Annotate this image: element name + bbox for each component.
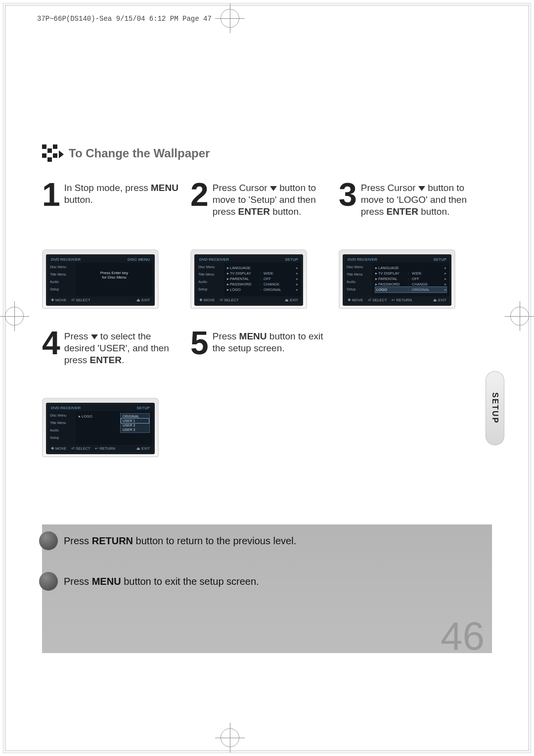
cursor-down-icon (270, 186, 277, 191)
side-tab-setup: SETUP (486, 371, 504, 445)
tv-screenshot-3: DVD RECEIVERSETUP Disc Menu Title Menu A… (339, 249, 455, 309)
bullet-dot-icon (39, 531, 58, 550)
step-4: 4 Press to select the desired 'USER', an… (42, 329, 180, 457)
step-text: Press Cursor button to move to 'Setup' a… (213, 180, 329, 239)
step-number: 4 (42, 329, 60, 388)
crop-mark-bottom (221, 728, 239, 747)
step-2: 2 Press Cursor button to move to 'Setup'… (190, 180, 329, 309)
notes-panel: Press RETURN button to return to the pre… (42, 524, 492, 653)
cursor-down-icon (91, 334, 98, 339)
step-number: 2 (190, 180, 209, 239)
page-number: 46 (441, 614, 485, 659)
step-number: 3 (339, 180, 357, 239)
section-bullet-icon (42, 143, 62, 163)
step-3: 3 Press Cursor button to move to 'LOGO' … (339, 180, 477, 309)
note-line: Press RETURN button to return to the pre… (64, 535, 296, 547)
step-text: Press to select the desired 'USER', and … (64, 329, 180, 388)
crop-mark-right (510, 307, 529, 326)
tv-screenshot-4: DVD RECEIVERSETUP Disc Menu Title Menu A… (42, 398, 159, 457)
step-number: 5 (190, 329, 209, 388)
tv-screenshot-1: DVD RECEIVERDISC MENU Disc Menu Title Me… (42, 249, 159, 309)
bullet-dot-icon (39, 572, 58, 591)
crop-mark-left (5, 307, 24, 326)
step-text: Press Cursor button to move to 'LOGO' an… (361, 180, 477, 239)
step-text: In Stop mode, press MENU button. (64, 180, 180, 239)
print-header: 37P~66P(DS140)-Sea 9/15/04 6:12 PM Page … (37, 15, 212, 23)
step-number: 1 (42, 180, 60, 239)
note-line: Press MENU button to exit the setup scre… (64, 576, 259, 587)
step-1: 1 In Stop mode, press MENU button. DVD R… (42, 180, 180, 309)
step-text: Press MENU button to exit the setup scre… (213, 329, 329, 388)
crop-mark-top (221, 9, 239, 28)
section-title: To Change the Wallpaper (69, 146, 210, 160)
cursor-down-icon (418, 186, 425, 191)
tv-screenshot-2: DVD RECEIVERSETUP Disc Menu Title Menu A… (190, 249, 307, 309)
step-5: 5 Press MENU button to exit the setup sc… (190, 329, 329, 457)
